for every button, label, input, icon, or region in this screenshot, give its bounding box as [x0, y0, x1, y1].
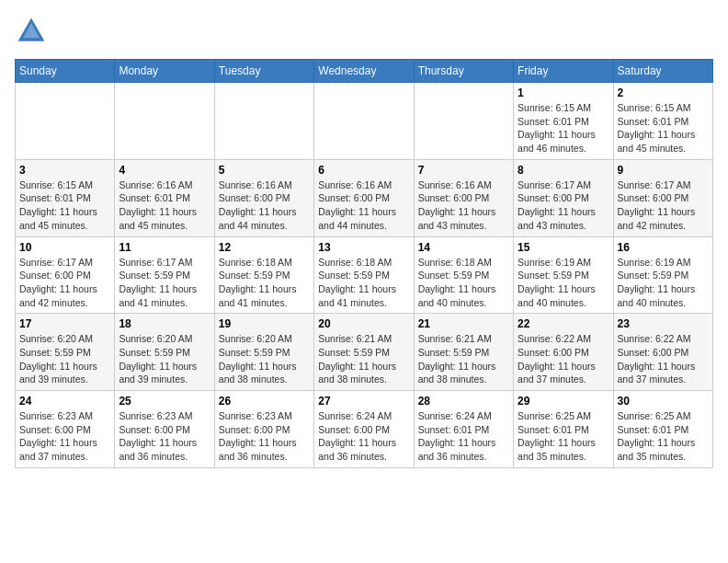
calendar-day: 24Sunrise: 6:23 AMSunset: 6:00 PMDayligh…	[16, 391, 115, 468]
calendar-day: 8Sunrise: 6:17 AMSunset: 6:00 PMDaylight…	[514, 159, 613, 236]
calendar-day: 29Sunrise: 6:25 AMSunset: 6:01 PMDayligh…	[514, 391, 613, 468]
day-info: Sunrise: 6:16 AMSunset: 6:00 PMDaylight:…	[418, 178, 509, 233]
col-header-saturday: Saturday	[613, 60, 712, 83]
col-header-monday: Monday	[115, 60, 214, 83]
calendar-day: 18Sunrise: 6:20 AMSunset: 5:59 PMDayligh…	[115, 314, 214, 391]
day-info: Sunrise: 6:16 AMSunset: 6:00 PMDaylight:…	[318, 178, 409, 233]
calendar-day: 4Sunrise: 6:16 AMSunset: 6:01 PMDaylight…	[115, 159, 214, 236]
calendar-day	[314, 83, 414, 160]
calendar-day: 11Sunrise: 6:17 AMSunset: 5:59 PMDayligh…	[115, 236, 214, 314]
calendar-day: 21Sunrise: 6:21 AMSunset: 5:59 PMDayligh…	[414, 314, 513, 391]
calendar-day: 3Sunrise: 6:15 AMSunset: 6:01 PMDaylight…	[16, 159, 115, 236]
calendar-day: 12Sunrise: 6:18 AMSunset: 5:59 PMDayligh…	[214, 236, 313, 314]
day-info: Sunrise: 6:18 AMSunset: 5:59 PMDaylight:…	[219, 256, 310, 310]
calendar-day: 19Sunrise: 6:20 AMSunset: 5:59 PMDayligh…	[214, 314, 313, 391]
day-info: Sunrise: 6:25 AMSunset: 6:01 PMDaylight:…	[518, 409, 609, 464]
day-number: 3	[19, 164, 110, 177]
col-header-friday: Friday	[514, 60, 613, 83]
day-info: Sunrise: 6:21 AMSunset: 5:59 PMDaylight:…	[318, 332, 409, 386]
day-info: Sunrise: 6:20 AMSunset: 5:59 PMDaylight:…	[219, 332, 310, 386]
calendar-day: 13Sunrise: 6:18 AMSunset: 5:59 PMDayligh…	[314, 236, 414, 314]
day-info: Sunrise: 6:19 AMSunset: 5:59 PMDaylight:…	[518, 256, 609, 310]
day-number: 2	[618, 86, 709, 99]
calendar-day	[414, 83, 513, 160]
day-number: 7	[418, 164, 509, 177]
day-number: 26	[219, 395, 310, 408]
day-info: Sunrise: 6:15 AMSunset: 6:01 PMDaylight:…	[19, 178, 110, 233]
col-header-thursday: Thursday	[414, 60, 513, 83]
calendar-day	[115, 83, 214, 160]
day-number: 12	[219, 241, 310, 254]
logo-icon	[15, 15, 48, 48]
col-header-sunday: Sunday	[16, 60, 115, 83]
calendar-week-2: 3Sunrise: 6:15 AMSunset: 6:01 PMDaylight…	[16, 159, 713, 236]
calendar-day: 22Sunrise: 6:22 AMSunset: 6:00 PMDayligh…	[514, 314, 613, 391]
day-number: 21	[418, 317, 509, 330]
calendar-day: 15Sunrise: 6:19 AMSunset: 5:59 PMDayligh…	[514, 236, 613, 314]
calendar-day: 16Sunrise: 6:19 AMSunset: 5:59 PMDayligh…	[613, 236, 712, 314]
calendar-day: 28Sunrise: 6:24 AMSunset: 6:01 PMDayligh…	[414, 391, 513, 468]
day-info: Sunrise: 6:22 AMSunset: 6:00 PMDaylight:…	[618, 332, 709, 386]
day-info: Sunrise: 6:20 AMSunset: 5:59 PMDaylight:…	[19, 332, 110, 386]
calendar-day: 20Sunrise: 6:21 AMSunset: 5:59 PMDayligh…	[314, 314, 414, 391]
day-number: 17	[19, 317, 110, 330]
day-info: Sunrise: 6:20 AMSunset: 5:59 PMDaylight:…	[119, 332, 210, 386]
calendar-day: 26Sunrise: 6:23 AMSunset: 6:00 PMDayligh…	[214, 391, 313, 468]
day-number: 10	[19, 241, 110, 254]
calendar-day: 27Sunrise: 6:24 AMSunset: 6:00 PMDayligh…	[314, 391, 414, 468]
calendar-day: 1Sunrise: 6:15 AMSunset: 6:01 PMDaylight…	[514, 83, 613, 160]
calendar: SundayMondayTuesdayWednesdayThursdayFrid…	[15, 59, 713, 468]
day-info: Sunrise: 6:17 AMSunset: 6:00 PMDaylight:…	[19, 256, 110, 310]
day-number: 14	[418, 241, 509, 254]
day-number: 28	[418, 395, 509, 408]
calendar-day: 23Sunrise: 6:22 AMSunset: 6:00 PMDayligh…	[613, 314, 712, 391]
day-number: 30	[618, 395, 709, 408]
day-info: Sunrise: 6:23 AMSunset: 6:00 PMDaylight:…	[219, 409, 310, 464]
day-number: 22	[518, 317, 609, 330]
day-info: Sunrise: 6:17 AMSunset: 6:00 PMDaylight:…	[518, 178, 609, 233]
day-info: Sunrise: 6:17 AMSunset: 5:59 PMDaylight:…	[119, 256, 210, 310]
day-number: 27	[318, 395, 409, 408]
calendar-day: 2Sunrise: 6:15 AMSunset: 6:01 PMDaylight…	[613, 83, 712, 160]
day-info: Sunrise: 6:18 AMSunset: 5:59 PMDaylight:…	[318, 256, 409, 310]
day-info: Sunrise: 6:16 AMSunset: 6:00 PMDaylight:…	[219, 178, 310, 233]
day-number: 15	[518, 241, 609, 254]
logo	[15, 15, 51, 48]
col-header-tuesday: Tuesday	[214, 60, 313, 83]
calendar-day: 17Sunrise: 6:20 AMSunset: 5:59 PMDayligh…	[16, 314, 115, 391]
day-info: Sunrise: 6:15 AMSunset: 6:01 PMDaylight:…	[518, 101, 609, 155]
calendar-day	[214, 83, 313, 160]
calendar-day: 9Sunrise: 6:17 AMSunset: 6:00 PMDaylight…	[613, 159, 712, 236]
day-number: 18	[119, 317, 210, 330]
day-info: Sunrise: 6:18 AMSunset: 5:59 PMDaylight:…	[418, 256, 509, 310]
day-number: 6	[318, 164, 409, 177]
day-info: Sunrise: 6:21 AMSunset: 5:59 PMDaylight:…	[418, 332, 509, 386]
day-number: 11	[119, 241, 210, 254]
calendar-header-row: SundayMondayTuesdayWednesdayThursdayFrid…	[16, 60, 713, 83]
day-number: 13	[318, 241, 409, 254]
calendar-day: 14Sunrise: 6:18 AMSunset: 5:59 PMDayligh…	[414, 236, 513, 314]
day-number: 4	[119, 164, 210, 177]
day-number: 24	[19, 395, 110, 408]
day-number: 8	[518, 164, 609, 177]
calendar-day: 5Sunrise: 6:16 AMSunset: 6:00 PMDaylight…	[214, 159, 313, 236]
day-info: Sunrise: 6:23 AMSunset: 6:00 PMDaylight:…	[119, 409, 210, 464]
day-info: Sunrise: 6:15 AMSunset: 6:01 PMDaylight:…	[618, 101, 709, 155]
day-number: 25	[119, 395, 210, 408]
day-info: Sunrise: 6:22 AMSunset: 6:00 PMDaylight:…	[518, 332, 609, 386]
calendar-week-5: 24Sunrise: 6:23 AMSunset: 6:00 PMDayligh…	[16, 391, 713, 468]
calendar-day: 10Sunrise: 6:17 AMSunset: 6:00 PMDayligh…	[16, 236, 115, 314]
day-info: Sunrise: 6:19 AMSunset: 5:59 PMDaylight:…	[618, 256, 709, 310]
day-info: Sunrise: 6:24 AMSunset: 6:01 PMDaylight:…	[418, 409, 509, 464]
day-number: 9	[618, 164, 709, 177]
day-number: 16	[618, 241, 709, 254]
header	[15, 15, 713, 48]
calendar-day	[16, 83, 115, 160]
day-number: 1	[518, 86, 609, 99]
day-info: Sunrise: 6:25 AMSunset: 6:01 PMDaylight:…	[618, 409, 709, 464]
calendar-week-4: 17Sunrise: 6:20 AMSunset: 5:59 PMDayligh…	[16, 314, 713, 391]
day-info: Sunrise: 6:17 AMSunset: 6:00 PMDaylight:…	[618, 178, 709, 233]
col-header-wednesday: Wednesday	[314, 60, 414, 83]
day-number: 5	[219, 164, 310, 177]
day-info: Sunrise: 6:23 AMSunset: 6:00 PMDaylight:…	[19, 409, 110, 464]
